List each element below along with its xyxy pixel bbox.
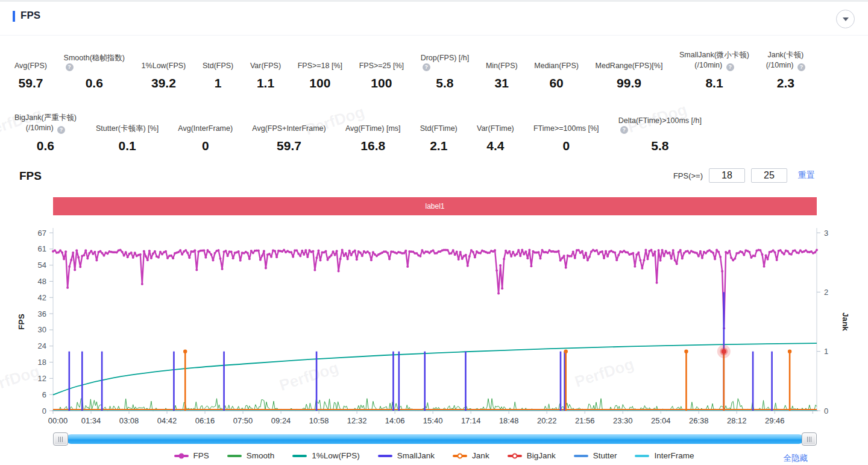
stat-label: 1%Low(FPS): [142, 49, 186, 71]
legend-item-interframe[interactable]: InterFrame: [635, 451, 694, 460]
svg-text:61: 61: [38, 244, 46, 253]
stat-item: Delta(FTime)>100ms [/h]?5.8: [618, 112, 702, 153]
svg-text:21:56: 21:56: [575, 416, 595, 425]
fps-panel: FPS Avg(FPS)59.7Smooth(稳帧指数)?0.61%Low(FP…: [0, 0, 868, 465]
legend-label: Stutter: [593, 451, 617, 460]
svg-text:24: 24: [38, 341, 46, 350]
stat-value: 16.8: [360, 139, 385, 153]
annotation-banner: label1: [53, 197, 817, 215]
stat-item: FPS>=18 [%]100: [298, 49, 342, 90]
stat-value: 39.2: [151, 76, 176, 90]
stat-value: 60: [549, 76, 563, 90]
stat-item: Smooth(稳帧指数)?0.6: [64, 49, 125, 90]
stat-value: 5.8: [436, 76, 453, 90]
stat-label: Min(FPS): [486, 49, 518, 71]
stats-row-2: BigJank(严重卡顿)(/10min) ?0.6Stutter(卡顿率) […: [14, 112, 702, 153]
stat-label: Var(FPS): [250, 49, 281, 71]
help-icon[interactable]: ?: [66, 63, 74, 71]
help-icon[interactable]: ?: [797, 63, 805, 71]
stat-label: FPS>=18 [%]: [298, 49, 342, 71]
stat-item: Var(FTime)4.4: [477, 112, 514, 153]
legend-marker: [574, 455, 588, 457]
stat-label: BigJank(严重卡顿)(/10min) ?: [14, 112, 77, 134]
legend-marker: [292, 455, 307, 457]
stat-item: Avg(FTime) [ms]16.8: [345, 112, 401, 153]
stat-label: Median(FPS): [534, 49, 579, 71]
stat-label: Smooth(稳帧指数)?: [64, 49, 125, 71]
svg-text:29:46: 29:46: [765, 416, 785, 425]
stat-label: SmallJank(微小卡顿)(/10min) ?: [679, 49, 749, 71]
fps-threshold-input-1[interactable]: [709, 168, 745, 183]
legend-marker: [635, 455, 649, 457]
stat-item: Std(FPS)1: [203, 49, 233, 90]
scrollbar-left-handle[interactable]: [53, 432, 68, 446]
stat-item: Var(FPS)1.1: [250, 49, 281, 90]
reset-link[interactable]: 重置: [798, 170, 815, 181]
scrollbar-bar[interactable]: [66, 434, 804, 444]
title-accent-bar: [13, 11, 15, 22]
help-icon[interactable]: ?: [726, 63, 734, 71]
stat-item: BigJank(严重卡顿)(/10min) ?0.6: [14, 112, 77, 153]
legend-label: Jank: [472, 451, 489, 460]
stat-value: 8.1: [705, 76, 723, 90]
legend-item-bigjank[interactable]: BigJank: [508, 451, 556, 460]
svg-text:48: 48: [38, 277, 46, 286]
legend-item-1-low-fps-[interactable]: 1%Low(FPS): [292, 451, 360, 460]
legend-marker: [508, 455, 522, 457]
panel-title: FPS: [20, 10, 40, 22]
scrollbar-right-handle[interactable]: [802, 432, 817, 446]
help-icon[interactable]: ?: [57, 126, 65, 134]
fps-jank-chart[interactable]: 6761544842363024181260321000:0001:3403:0…: [0, 219, 868, 431]
svg-text:6: 6: [42, 390, 46, 399]
chart-scrollbar: [53, 432, 817, 446]
fps-threshold-input-2[interactable]: [751, 168, 787, 183]
legend-item-stutter[interactable]: Stutter: [574, 451, 617, 460]
help-icon[interactable]: ?: [423, 63, 430, 71]
stat-label: Avg(FPS+InterFrame): [252, 112, 326, 134]
stat-value: 1.1: [257, 76, 274, 90]
legend-item-smalljank[interactable]: SmallJank: [378, 451, 435, 460]
stat-item: Std(FTime)2.1: [420, 112, 458, 153]
stat-item: FPS>=25 [%]100: [359, 49, 404, 90]
legend-label: FPS: [193, 451, 209, 460]
legend-marker: [453, 455, 467, 457]
svg-text:FPS: FPS: [17, 314, 26, 329]
collapse-panel-button[interactable]: [836, 10, 855, 28]
stat-value: 100: [371, 76, 392, 90]
legend-item-fps[interactable]: FPS: [174, 451, 209, 460]
stat-label: Stutter(卡顿率) [%]: [96, 112, 159, 134]
stat-value: 1: [215, 76, 222, 90]
svg-text:03:08: 03:08: [119, 416, 139, 425]
svg-text:Jank: Jank: [841, 312, 850, 331]
legend-item-smooth[interactable]: Smooth: [227, 451, 275, 460]
stat-item: SmallJank(微小卡顿)(/10min) ?8.1: [679, 49, 749, 90]
legend-item-jank[interactable]: Jank: [453, 451, 489, 460]
stat-value: 59.7: [277, 139, 301, 153]
svg-text:36: 36: [38, 309, 46, 318]
stat-value: 0: [562, 139, 570, 153]
svg-text:3: 3: [824, 229, 828, 238]
stat-item: Avg(FPS)59.7: [14, 49, 47, 90]
stat-item: Avg(FPS+InterFrame)59.7: [252, 112, 326, 153]
stat-label: FPS>=25 [%]: [359, 49, 404, 71]
stat-item: Median(FPS)60: [534, 49, 579, 90]
help-icon[interactable]: ?: [620, 126, 628, 134]
svg-text:20:22: 20:22: [537, 416, 557, 425]
stat-label: Std(FPS): [203, 49, 233, 71]
stat-value: 4.4: [486, 139, 504, 153]
svg-text:26:38: 26:38: [689, 416, 709, 425]
svg-text:18:48: 18:48: [499, 416, 519, 425]
stat-value: 100: [309, 76, 330, 90]
svg-text:67: 67: [38, 229, 46, 238]
svg-text:30: 30: [38, 325, 46, 334]
stat-label: FTime>=100ms [%]: [533, 112, 599, 134]
svg-text:01:34: 01:34: [81, 416, 101, 425]
fps-threshold-label: FPS(>=): [673, 171, 703, 180]
stat-label: Avg(InterFrame): [178, 112, 233, 134]
svg-text:0: 0: [824, 406, 828, 416]
svg-text:54: 54: [38, 261, 46, 270]
svg-text:00:00: 00:00: [48, 416, 68, 425]
stat-value: 0.6: [86, 76, 103, 90]
hide-all-link[interactable]: 全隐藏: [784, 453, 808, 464]
stat-value: 5.8: [651, 139, 668, 153]
